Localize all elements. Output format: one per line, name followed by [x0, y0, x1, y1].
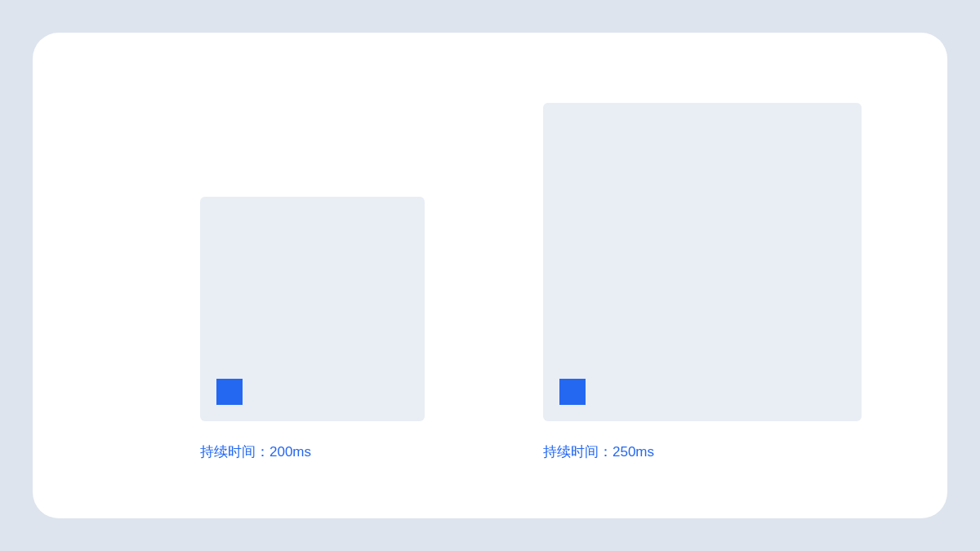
demo-card: 持续时间：200ms 持续时间：250ms	[33, 33, 947, 518]
demo-group-small: 持续时间：200ms	[200, 197, 425, 461]
animation-box-small	[200, 197, 425, 421]
animation-marker	[559, 379, 586, 405]
demo-group-large: 持续时间：250ms	[543, 103, 862, 461]
animation-box-large	[543, 103, 862, 421]
animation-marker	[216, 379, 243, 405]
duration-label: 持续时间：200ms	[200, 442, 425, 461]
duration-label: 持续时间：250ms	[543, 442, 862, 461]
